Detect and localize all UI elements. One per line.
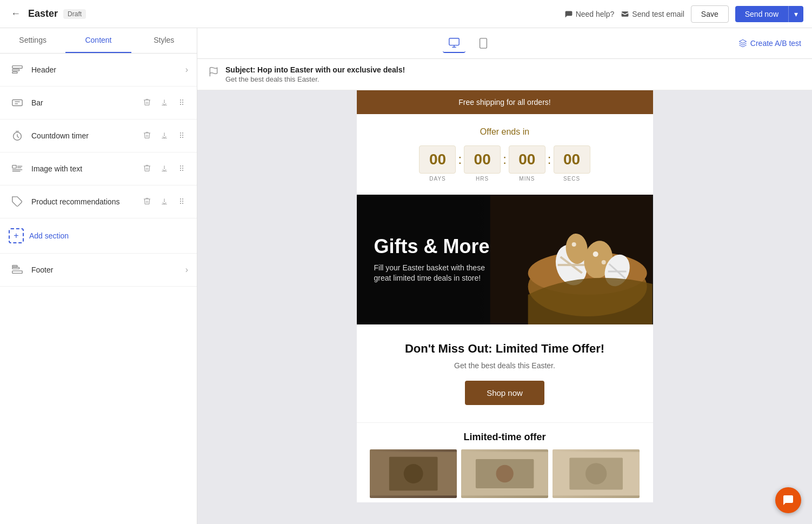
need-help-link[interactable]: Need help? <box>564 10 615 18</box>
svg-point-26 <box>180 168 181 168</box>
secs-value: 00 <box>554 145 590 174</box>
download-bar-button[interactable] <box>158 96 171 110</box>
create-ab-button[interactable]: Create A/B test <box>738 39 801 48</box>
image-text-actions <box>141 162 188 176</box>
svg-point-17 <box>180 137 181 137</box>
delete-bar-button[interactable] <box>141 96 154 110</box>
svg-rect-1 <box>12 69 19 71</box>
svg-point-11 <box>182 104 183 104</box>
mins-unit: MINS <box>519 176 535 182</box>
svg-point-35 <box>180 203 181 203</box>
countdown-icon <box>9 127 26 144</box>
offer-section: Don't Miss Out: Limited Time Offer! Get … <box>357 324 653 422</box>
svg-point-68 <box>585 463 607 484</box>
drag-product-recs-button[interactable] <box>175 195 188 209</box>
delete-countdown-button[interactable] <box>141 129 154 143</box>
tab-content[interactable]: Content <box>65 28 131 53</box>
product-thumb-2 <box>461 449 548 498</box>
section-item-header[interactable]: Header › <box>0 54 197 87</box>
view-toggle <box>208 34 730 53</box>
section-item-image-text[interactable]: Image with text <box>0 152 197 185</box>
tab-settings[interactable]: Settings <box>0 28 65 53</box>
svg-rect-38 <box>12 267 19 269</box>
drag-image-text-button[interactable] <box>175 162 188 176</box>
svg-point-33 <box>180 201 181 201</box>
product-recs-actions <box>141 195 188 209</box>
svg-point-15 <box>180 135 181 135</box>
section-label-product-recs: Product recommendations <box>31 197 141 206</box>
add-section-icon: + <box>9 228 24 243</box>
send-now-group: Send now ▾ <box>735 6 803 22</box>
product-row <box>370 449 640 498</box>
image-text-icon <box>9 160 26 177</box>
desktop-view-button[interactable] <box>443 34 465 53</box>
create-ab-label: Create A/B test <box>750 39 801 48</box>
send-test-link[interactable]: Send test email <box>621 10 684 18</box>
subject-line: Subject: Hop into Easter with our exclus… <box>225 65 405 74</box>
svg-rect-3 <box>12 100 22 106</box>
timer-hrs: 00 HRS <box>464 145 501 182</box>
shop-now-button[interactable]: Shop now <box>465 381 544 405</box>
download-image-text-button[interactable] <box>158 162 171 176</box>
svg-point-13 <box>180 132 181 133</box>
svg-point-59 <box>572 242 576 247</box>
svg-point-32 <box>182 198 183 199</box>
svg-point-62 <box>403 464 423 483</box>
delete-product-recs-button[interactable] <box>141 195 154 209</box>
product-thumb-1 <box>370 449 457 498</box>
limited-section: Limited-time offer <box>357 422 653 502</box>
chat-bubble-button[interactable] <box>775 487 801 513</box>
delete-image-text-button[interactable] <box>141 162 154 176</box>
svg-rect-0 <box>12 66 22 69</box>
mobile-view-button[interactable] <box>472 34 495 53</box>
download-product-recs-button[interactable] <box>158 195 171 209</box>
section-item-footer[interactable]: Footer › <box>0 254 197 287</box>
countdown-actions <box>141 129 188 143</box>
section-item-bar[interactable]: Bar <box>0 87 197 120</box>
footer-chevron-icon: › <box>185 265 188 275</box>
timer-sep-2: : <box>503 152 507 176</box>
svg-rect-37 <box>12 271 22 274</box>
section-label-footer: Footer <box>31 266 185 274</box>
svg-point-18 <box>182 137 183 137</box>
svg-point-53 <box>593 251 598 257</box>
svg-point-34 <box>182 201 183 201</box>
send-now-dropdown-button[interactable]: ▾ <box>788 6 803 22</box>
svg-point-28 <box>180 170 181 170</box>
back-button[interactable]: ← <box>9 6 23 22</box>
svg-point-8 <box>180 102 181 102</box>
sections-list: Header › Bar <box>0 54 197 524</box>
drag-countdown-button[interactable] <box>175 129 188 143</box>
svg-point-25 <box>182 165 183 166</box>
timer-mins: 00 MINS <box>509 145 545 182</box>
add-section-button[interactable]: + Add section <box>0 218 197 254</box>
subject-preview: Get the best deals this Easter. <box>225 75 405 83</box>
section-label-bar: Bar <box>31 98 141 107</box>
secs-unit: SECS <box>563 176 580 182</box>
footer-icon <box>9 261 26 278</box>
svg-point-14 <box>182 132 183 133</box>
top-bar-right: Need help? Send test email Save Send now… <box>564 5 803 23</box>
drag-bar-button[interactable] <box>175 96 188 110</box>
svg-rect-19 <box>12 165 16 169</box>
top-bar-left: ← Easter Draft <box>9 6 86 22</box>
section-item-countdown[interactable]: Countdown timer <box>0 120 197 152</box>
product-thumb-3 <box>553 449 640 498</box>
tab-styles[interactable]: Styles <box>131 28 197 53</box>
countdown-timers: 00 DAYS : 00 HRS : 00 MINS <box>365 145 644 182</box>
svg-point-24 <box>180 165 181 166</box>
campaign-title: Easter <box>28 8 58 19</box>
section-item-product-recs[interactable]: Product recommendations <box>0 185 197 218</box>
header-icon <box>9 61 26 78</box>
download-countdown-button[interactable] <box>158 129 171 143</box>
save-button[interactable]: Save <box>691 5 729 23</box>
section-label-image-text: Image with text <box>31 164 141 173</box>
main-layout: Settings Content Styles Header › Bar <box>0 28 812 524</box>
product-recs-icon <box>9 193 26 210</box>
gifts-title: Gifts & More <box>374 236 493 257</box>
svg-point-36 <box>182 203 183 203</box>
send-now-button[interactable]: Send now <box>735 6 788 22</box>
bar-actions <box>141 96 188 110</box>
right-preview: Create A/B test Subject: Hop into Easter… <box>197 28 812 524</box>
svg-point-6 <box>180 100 181 100</box>
